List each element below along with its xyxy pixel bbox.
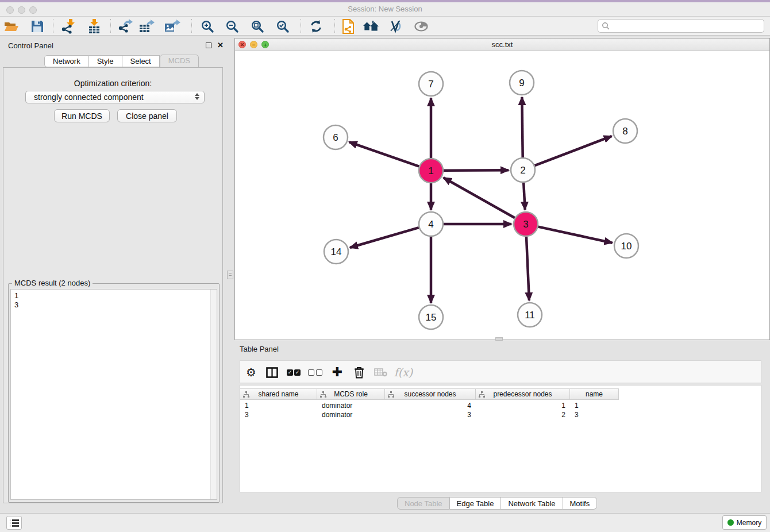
column-header[interactable]: predecessor nodes	[476, 389, 570, 399]
column-header[interactable]: successor nodes	[385, 389, 476, 399]
network-from-file-icon[interactable]	[340, 18, 356, 34]
hide-annotations-icon[interactable]	[388, 18, 404, 34]
optimization-criterion-select[interactable]: strongly connected component	[25, 91, 205, 103]
graph-edge-2-8[interactable]	[535, 136, 612, 165]
column-label: name	[586, 390, 603, 398]
frame-maximize-button[interactable]: ＋	[261, 41, 269, 48]
zoom-selected-icon[interactable]	[275, 18, 291, 34]
graph-edge-1-6[interactable]	[349, 142, 419, 166]
export-network-icon[interactable]	[117, 18, 133, 34]
node-table[interactable]: shared name MCDS role successor nodes pr…	[240, 385, 761, 492]
column-header[interactable]: name	[570, 389, 619, 399]
graph-node-label: 6	[333, 132, 338, 143]
tab-network-table[interactable]: Network Table	[501, 497, 563, 510]
window-titlebar[interactable]: Session: New Session	[0, 2, 770, 17]
frame-minimize-button[interactable]: −	[250, 41, 257, 48]
cell-name[interactable]: 3	[570, 410, 619, 419]
zoom-fit-icon[interactable]	[249, 18, 265, 34]
tab-node-table[interactable]: Node Table	[397, 497, 450, 510]
graph-edge-2-9[interactable]	[522, 97, 522, 157]
toolbar-separator	[110, 19, 111, 33]
graph-edge-3-11[interactable]	[526, 237, 529, 300]
import-table-icon[interactable]	[86, 18, 102, 34]
table-row[interactable]: 3 dominator 3 2 3	[240, 410, 619, 419]
tab-network[interactable]: Network	[44, 55, 89, 67]
table-header-row: shared name MCDS role successor nodes pr…	[240, 388, 619, 400]
memory-button[interactable]: Memory	[722, 515, 767, 530]
tab-motifs[interactable]: Motifs	[563, 497, 598, 510]
cell-name[interactable]: 1	[570, 401, 619, 410]
cell-successor-nodes[interactable]: 3	[385, 410, 476, 419]
graph-edge-2-3[interactable]	[523, 183, 525, 210]
cell-mcds-role[interactable]: dominator	[317, 410, 385, 419]
tab-style[interactable]: Style	[89, 55, 122, 67]
graph-edge-4-14[interactable]	[350, 228, 419, 248]
import-network-icon[interactable]	[60, 18, 76, 34]
show-graphics-details-icon[interactable]	[413, 18, 429, 34]
graph-node-label: 8	[622, 126, 627, 137]
main-toolbar	[0, 17, 770, 36]
close-window-button[interactable]	[6, 6, 14, 14]
mcds-result-textarea[interactable]: 1 3	[10, 289, 217, 500]
cell-successor-nodes[interactable]: 4	[385, 401, 476, 410]
cell-shared-name[interactable]: 3	[240, 410, 317, 419]
toolbar-separator	[301, 19, 301, 33]
delete-table-icon[interactable]	[372, 365, 388, 380]
zoom-window-button[interactable]	[29, 6, 37, 14]
zoom-in-icon[interactable]	[199, 18, 215, 34]
table-toolbar: ⚙ ✓✓ ✚ f(x)	[240, 360, 761, 383]
export-image-icon[interactable]	[164, 18, 180, 34]
tab-edge-table[interactable]: Edge Table	[450, 497, 502, 510]
result-line: 3	[14, 300, 217, 310]
close-panel-icon[interactable]: ✕	[217, 41, 224, 49]
task-history-button[interactable]	[6, 516, 22, 530]
graph-edge-3-10[interactable]	[538, 227, 612, 243]
network-graph[interactable]: 7968124314101511	[235, 51, 769, 340]
tab-select[interactable]: Select	[122, 55, 160, 67]
panel-splitter-handle[interactable]	[227, 271, 233, 279]
cell-predecessor-nodes[interactable]: 1	[476, 401, 570, 410]
graph-edge-3-1[interactable]	[444, 178, 515, 218]
zoom-out-icon[interactable]	[224, 18, 240, 34]
table-settings-icon[interactable]: ⚙	[243, 365, 259, 380]
save-session-icon[interactable]	[29, 18, 45, 34]
column-header[interactable]: MCDS role	[317, 389, 385, 399]
function-builder-icon[interactable]: f(x)	[393, 365, 414, 380]
run-mcds-button[interactable]: Run MCDS	[54, 109, 110, 122]
table-row[interactable]: 1 dominator 4 1 1	[240, 401, 619, 410]
cell-mcds-role[interactable]: dominator	[317, 401, 385, 410]
graph-edge-1-2[interactable]	[444, 170, 509, 171]
result-scrollbar[interactable]	[210, 290, 217, 499]
graph-node-label: 11	[525, 310, 535, 321]
column-label: successor nodes	[404, 390, 456, 398]
select-stepper-icon	[195, 93, 199, 100]
column-header[interactable]: shared name	[240, 389, 317, 399]
float-panel-icon[interactable]	[206, 43, 211, 48]
deselect-all-icon[interactable]	[307, 365, 323, 380]
graph-node-label: 1	[428, 165, 433, 176]
memory-label: Memory	[737, 519, 761, 527]
select-all-icon[interactable]: ✓✓	[286, 365, 302, 380]
close-panel-button[interactable]: Close panel	[117, 109, 177, 122]
search-field[interactable]	[598, 19, 764, 33]
search-icon	[602, 22, 610, 30]
split-panel-icon[interactable]	[264, 365, 280, 380]
export-table-icon[interactable]	[139, 18, 155, 34]
add-column-icon[interactable]: ✚	[329, 365, 345, 380]
search-input[interactable]	[612, 22, 764, 30]
open-session-icon[interactable]	[3, 18, 20, 34]
network-view-frame[interactable]: ✕ − ＋ scc.txt 7968124314101511	[234, 38, 770, 340]
network-frame-titlebar[interactable]: ✕ − ＋ scc.txt	[235, 38, 769, 51]
memory-status-icon	[727, 519, 734, 526]
cell-predecessor-nodes[interactable]: 2	[476, 410, 570, 419]
optimization-criterion-label: Optimization criterion:	[3, 79, 222, 88]
cell-shared-name[interactable]: 1	[240, 401, 317, 410]
table-panel-title: Table Panel	[240, 345, 279, 353]
tab-mcds[interactable]: MCDS	[160, 55, 199, 68]
minimize-window-button[interactable]	[18, 6, 25, 14]
delete-column-icon[interactable]	[351, 365, 367, 380]
home-networks-icon[interactable]	[363, 18, 379, 34]
list-icon	[10, 519, 19, 527]
refresh-layout-icon[interactable]	[308, 18, 324, 34]
frame-close-button[interactable]: ✕	[238, 41, 246, 48]
